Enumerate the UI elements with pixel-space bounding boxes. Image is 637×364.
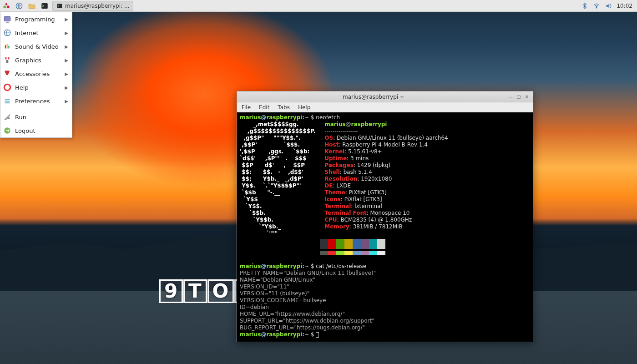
- svg-rect-11: [7, 44, 8, 49]
- menu-item-label: Internet: [15, 30, 39, 36]
- clock[interactable]: 10:02: [617, 3, 632, 9]
- taskbar: marius@raspberrypi: ... 10:02: [0, 0, 637, 12]
- application-menu: Programming▶Internet▶Sound & Video▶Graph…: [0, 12, 72, 138]
- menu-item-label: Logout: [15, 127, 35, 134]
- taskbar-window-label: marius@raspberrypi: ...: [65, 3, 129, 9]
- menu-edit[interactable]: Edit: [259, 104, 269, 111]
- logout-icon: [3, 126, 11, 135]
- chevron-right-icon: ▶: [65, 85, 68, 90]
- menu-item-sound-video[interactable]: Sound & Video▶: [0, 40, 72, 53]
- svg-rect-12: [8, 46, 9, 49]
- svg-rect-15: [5, 99, 10, 100]
- window-maximize-button[interactable]: ▢: [516, 94, 522, 100]
- menu-item-graphics[interactable]: Graphics▶: [0, 53, 72, 67]
- terminal-viewport[interactable]: marius@raspberrypi:~ $ neofetch _,met$$$…: [237, 112, 533, 342]
- terminal-icon: [56, 3, 63, 9]
- file-manager-launcher[interactable]: [27, 1, 37, 11]
- chevron-right-icon: ▶: [65, 30, 68, 35]
- menu-item-programming[interactable]: Programming▶: [0, 12, 72, 26]
- menu-item-label: Programming: [15, 16, 55, 23]
- menu-item-label: Help: [15, 84, 29, 91]
- menu-help[interactable]: Help: [298, 104, 310, 111]
- svg-rect-4: [41, 3, 48, 9]
- svg-rect-8: [6, 22, 9, 23]
- window-close-button[interactable]: ✕: [524, 94, 530, 100]
- chevron-right-icon: ▶: [65, 58, 68, 63]
- chevron-right-icon: ▶: [65, 71, 68, 76]
- window-titlebar[interactable]: marius@raspberrypi ~ — ▢ ✕: [237, 91, 533, 102]
- run-icon: [3, 113, 11, 121]
- svg-rect-13: [6, 60, 9, 63]
- menu-item-accessories[interactable]: Accessories▶: [0, 67, 72, 81]
- wifi-icon[interactable]: [593, 2, 600, 10]
- graphics-icon: [3, 56, 11, 64]
- menu-tabs[interactable]: Tabs: [278, 104, 290, 111]
- svg-point-0: [5, 3, 8, 5]
- terminal-menubar: FileEditTabsHelp: [237, 102, 533, 112]
- svg-rect-16: [5, 101, 10, 101]
- menu-item-preferences[interactable]: Preferences▶: [0, 94, 72, 108]
- menu-item-run[interactable]: Run: [0, 110, 72, 124]
- menu-item-label: Sound & Video: [15, 43, 59, 50]
- menu-item-logout[interactable]: Logout: [0, 124, 72, 137]
- menu-item-label: Preferences: [15, 98, 50, 105]
- taskbar-window-button[interactable]: marius@raspberrypi: ...: [52, 1, 133, 11]
- menu-item-label: Run: [15, 114, 26, 121]
- system-tray: 10:02: [576, 2, 637, 10]
- chevron-right-icon: ▶: [65, 99, 68, 104]
- menu-item-label: Accessories: [15, 71, 50, 77]
- start-menu-button[interactable]: [1, 1, 11, 11]
- volume-icon[interactable]: [605, 2, 612, 10]
- svg-rect-7: [4, 16, 10, 21]
- sound-icon: [3, 42, 11, 51]
- menu-item-help[interactable]: Help▶: [0, 81, 72, 94]
- window-minimize-button[interactable]: —: [507, 94, 514, 100]
- internet-icon: [3, 29, 11, 37]
- svg-point-2: [7, 5, 10, 8]
- svg-rect-17: [5, 102, 10, 103]
- menu-item-label: Graphics: [15, 57, 41, 64]
- programming-icon: [3, 15, 11, 23]
- window-title: marius@raspberrypi ~: [240, 94, 507, 100]
- accessories-icon: [3, 70, 11, 78]
- bluetooth-icon[interactable]: [581, 2, 588, 10]
- svg-rect-10: [5, 45, 6, 49]
- svg-rect-5: [57, 4, 62, 8]
- svg-point-1: [3, 5, 6, 8]
- menu-item-internet[interactable]: Internet▶: [0, 26, 72, 40]
- web-browser-launcher[interactable]: [14, 1, 24, 11]
- terminal-launcher[interactable]: [40, 1, 50, 11]
- chevron-right-icon: ▶: [65, 44, 68, 49]
- preferences-icon: [3, 97, 11, 105]
- menu-file[interactable]: File: [242, 104, 251, 111]
- chevron-right-icon: ▶: [65, 17, 68, 22]
- svg-point-6: [596, 7, 597, 8]
- svg-point-14: [4, 84, 10, 91]
- terminal-window: marius@raspberrypi ~ — ▢ ✕ FileEditTabsH…: [237, 91, 533, 342]
- help-icon: [3, 83, 11, 91]
